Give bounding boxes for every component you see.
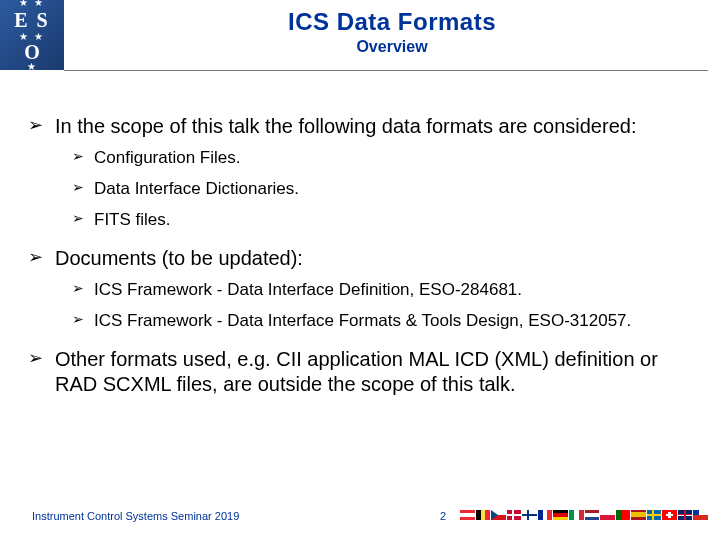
bullet-text: Data Interface Dictionaries. bbox=[94, 178, 299, 201]
flag-icon bbox=[476, 510, 491, 520]
bullet-marker-icon: ➢ bbox=[28, 347, 43, 370]
bullet-group: ➢ In the scope of this talk the followin… bbox=[28, 114, 692, 232]
bullet-text: FITS files. bbox=[94, 209, 171, 232]
flag-icon bbox=[678, 510, 693, 520]
logo-text-es: E S bbox=[14, 10, 49, 30]
bullet-level1: ➢ Other formats used, e.g. CII applicati… bbox=[28, 347, 692, 397]
bullet-level1: ➢ In the scope of this talk the followin… bbox=[28, 114, 692, 139]
bullet-level2: ➢ ICS Framework - Data Interface Definit… bbox=[72, 279, 692, 302]
eso-logo: ★ ★ E S ★ ★ O ★ bbox=[0, 0, 64, 70]
slide-body: ➢ In the scope of this talk the followin… bbox=[0, 100, 720, 403]
bullet-text: ICS Framework - Data Interface Formats &… bbox=[94, 310, 631, 333]
bullet-level1: ➢ Documents (to be updated): bbox=[28, 246, 692, 271]
flag-icon bbox=[631, 510, 646, 520]
logo-stars: ★ bbox=[27, 62, 38, 72]
bullet-marker-icon: ➢ bbox=[72, 147, 84, 166]
title-block: ICS Data Formats Overview bbox=[64, 8, 720, 56]
flag-icon bbox=[585, 510, 600, 520]
flag-icon bbox=[693, 510, 708, 520]
bullet-marker-icon: ➢ bbox=[28, 114, 43, 137]
flag-icon bbox=[507, 510, 522, 520]
bullet-level2: ➢ FITS files. bbox=[72, 209, 692, 232]
flag-icon bbox=[662, 510, 677, 520]
bullet-level2: ➢ Data Interface Dictionaries. bbox=[72, 178, 692, 201]
flag-icon bbox=[569, 510, 584, 520]
logo-stars: ★ ★ bbox=[19, 0, 46, 8]
bullet-group: ➢ Other formats used, e.g. CII applicati… bbox=[28, 347, 692, 397]
bullet-text: ICS Framework - Data Interface Definitio… bbox=[94, 279, 522, 302]
slide-subtitle: Overview bbox=[64, 38, 720, 56]
slide-title: ICS Data Formats bbox=[64, 8, 720, 36]
footer-text: Instrument Control Systems Seminar 2019 bbox=[32, 510, 239, 522]
logo-text-o: O bbox=[24, 42, 40, 62]
flag-icon bbox=[600, 510, 615, 520]
bullet-group: ➢ Documents (to be updated): ➢ ICS Frame… bbox=[28, 246, 692, 333]
bullet-text: Configuration Files. bbox=[94, 147, 240, 170]
flag-icon bbox=[616, 510, 631, 520]
title-rule bbox=[64, 70, 708, 71]
bullet-marker-icon: ➢ bbox=[72, 279, 84, 298]
bullet-marker-icon: ➢ bbox=[72, 310, 84, 329]
bullet-level2: ➢ ICS Framework - Data Interface Formats… bbox=[72, 310, 692, 333]
bullet-marker-icon: ➢ bbox=[72, 209, 84, 228]
bullet-text: Other formats used, e.g. CII application… bbox=[55, 347, 692, 397]
page-number: 2 bbox=[440, 510, 446, 522]
bullet-marker-icon: ➢ bbox=[28, 246, 43, 269]
flag-icon bbox=[460, 510, 475, 520]
flag-icon bbox=[522, 510, 537, 520]
bullet-level2: ➢ Configuration Files. bbox=[72, 147, 692, 170]
slide: ★ ★ E S ★ ★ O ★ ICS Data Formats Overvie… bbox=[0, 0, 720, 540]
flag-icon bbox=[538, 510, 553, 520]
bullet-text: In the scope of this talk the following … bbox=[55, 114, 636, 139]
flag-icon bbox=[647, 510, 662, 520]
footer-flags bbox=[460, 510, 708, 522]
flag-icon bbox=[553, 510, 568, 520]
flag-icon bbox=[491, 510, 506, 520]
bullet-text: Documents (to be updated): bbox=[55, 246, 303, 271]
bullet-marker-icon: ➢ bbox=[72, 178, 84, 197]
